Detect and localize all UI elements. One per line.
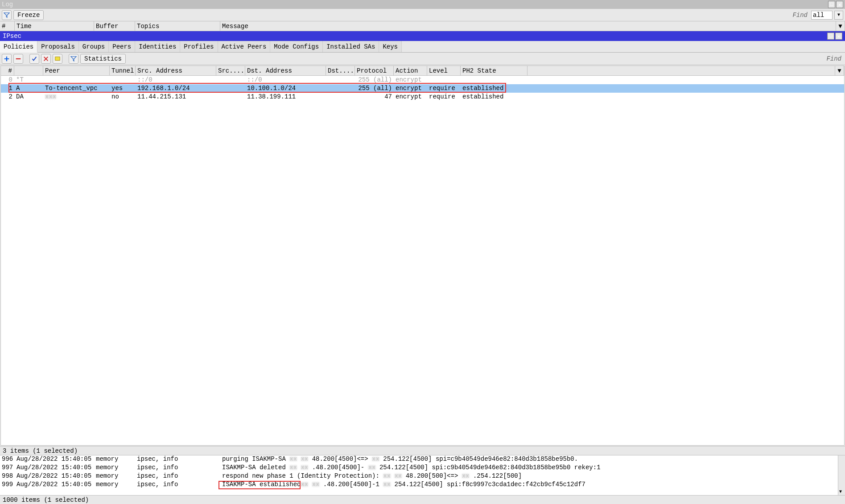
cell [216, 76, 245, 84]
funnel-icon[interactable] [2, 10, 12, 20]
log-message: ISAKMP-SA deleted xx xx .48.200[4500]- x… [220, 464, 845, 472]
col-dst[interactable]: Dst. Address [245, 66, 326, 75]
ipsec-title: IPsec [3, 33, 21, 40]
col-dstp[interactable]: Dst.... [326, 66, 355, 75]
col-message[interactable]: Message [220, 21, 836, 31]
log-time: Aug/28/2022 15:40:05 [15, 455, 94, 464]
cell: DA [14, 93, 43, 101]
remove-icon[interactable] [13, 54, 23, 64]
dropdown-icon[interactable]: ▼ [834, 11, 843, 20]
log-topics: ipsec, info [135, 464, 220, 472]
close-icon[interactable]: ✕ [836, 1, 843, 8]
add-icon[interactable] [2, 54, 12, 64]
cell: 0 [1, 76, 14, 84]
dropdown-icon[interactable]: ▼ [835, 66, 844, 75]
col-peer[interactable]: Peer [43, 66, 110, 75]
find-label: Find [824, 55, 843, 62]
log-row[interactable]: 996Aug/28/2022 15:40:05memoryipsec, info… [0, 455, 845, 464]
cell [43, 76, 110, 84]
cell: 11.44.215.131 [136, 93, 216, 101]
col-topics[interactable]: Topics [135, 21, 220, 31]
cell: yes [110, 84, 136, 93]
cell: To-tencent_vpc [43, 84, 110, 93]
statistics-button[interactable]: Statistics [80, 54, 126, 64]
scroll-down-icon[interactable]: ▼ [839, 489, 842, 494]
log-time: Aug/28/2022 15:40:05 [15, 464, 94, 472]
col-ph2[interactable]: PH2 State [461, 66, 528, 75]
tab-profiles[interactable]: Profiles [180, 41, 218, 52]
col-num[interactable]: # [1, 66, 14, 75]
log-buffer: memory [94, 472, 135, 481]
cell [427, 76, 461, 84]
close-icon[interactable]: ✕ [835, 33, 842, 40]
cell: ::/0 [136, 76, 216, 84]
tab-proposals[interactable]: Proposals [37, 41, 79, 52]
log-entries[interactable]: 996Aug/28/2022 15:40:05memoryipsec, info… [0, 455, 845, 495]
log-topics: ipsec, info [135, 481, 220, 489]
dropdown-icon[interactable]: ▼ [836, 21, 845, 31]
col-buffer[interactable]: Buffer [94, 21, 135, 31]
funnel-icon[interactable] [69, 54, 78, 64]
cell: 10.100.1.0/24 [245, 84, 326, 93]
col-proto[interactable]: Protocol [355, 66, 394, 75]
log-titlebar: Log □ ✕ [0, 0, 845, 9]
col-flag[interactable] [14, 66, 43, 75]
log-column-headers: # Time Buffer Topics Message ▼ [0, 21, 845, 31]
log-buffer: memory [94, 481, 135, 489]
comment-icon[interactable] [53, 54, 62, 64]
policies-status: 3 items (1 selected) [0, 446, 845, 455]
tab-policies[interactable]: Policies [0, 41, 37, 53]
col-action[interactable]: Action [394, 66, 427, 75]
tab-active-peers[interactable]: Active Peers [218, 41, 271, 52]
log-num: 999 [0, 481, 15, 489]
tab-groups[interactable]: Groups [79, 41, 109, 52]
freeze-button[interactable]: Freeze [13, 10, 44, 20]
log-message: purging ISAKMP-SA xx xx 48.200[4500]<=> … [220, 455, 845, 464]
tab-identities[interactable]: Identities [135, 41, 180, 52]
cell: 1 [1, 84, 14, 93]
table-row[interactable]: 2DAxxxno11.44.215.13111.38.199.11147encr… [1, 93, 844, 101]
tab-peers[interactable]: Peers [109, 41, 135, 52]
col-num[interactable]: # [0, 21, 15, 31]
ipsec-titlebar: IPsec □ ✕ [0, 31, 845, 41]
col-src[interactable]: Src. Address [136, 66, 216, 75]
log-row[interactable]: 997Aug/28/2022 15:40:05memoryipsec, info… [0, 464, 845, 472]
log-num: 997 [0, 464, 15, 472]
log-row[interactable]: 998Aug/28/2022 15:40:05memoryipsec, info… [0, 472, 845, 481]
svg-rect-0 [55, 57, 60, 60]
tab-mode-configs[interactable]: Mode Configs [270, 41, 323, 52]
cell: 255 (all) [355, 84, 394, 93]
disable-icon[interactable] [41, 54, 51, 64]
log-num: 998 [0, 472, 15, 481]
tab-installed-sas[interactable]: Installed SAs [323, 41, 379, 52]
cell: require [427, 93, 461, 101]
col-time[interactable]: Time [15, 21, 94, 31]
log-status: 1000 items (1 selected) [0, 495, 845, 504]
log-message: respond new phase 1 (Identity Protection… [220, 472, 845, 481]
cell: encrypt [394, 84, 427, 93]
cell [461, 76, 528, 84]
cell: 47 [355, 93, 394, 101]
log-time: Aug/28/2022 15:40:05 [15, 481, 94, 489]
maximize-icon[interactable]: □ [828, 1, 835, 8]
cell: require [427, 84, 461, 93]
find-input[interactable] [811, 11, 833, 20]
maximize-icon[interactable]: □ [827, 33, 834, 40]
cell: 255 (all) [355, 76, 394, 84]
log-row[interactable]: 999Aug/28/2022 15:40:05memoryipsec, info… [0, 481, 845, 489]
cell: *T [14, 76, 43, 84]
cell [216, 93, 245, 101]
col-level[interactable]: Level [427, 66, 461, 75]
enable-icon[interactable] [29, 54, 39, 64]
ipsec-toolbar: Statistics Find [0, 53, 845, 65]
log-buffer: memory [94, 455, 135, 464]
col-srcp[interactable]: Src.... [216, 66, 245, 75]
tab-keys[interactable]: Keys [379, 41, 402, 52]
table-row[interactable]: 0*T::/0::/0255 (all)encrypt [1, 76, 844, 84]
cell [326, 93, 355, 101]
policies-table[interactable]: # Peer Tunnel Src. Address Src.... Dst. … [0, 66, 845, 446]
cell: no [110, 93, 136, 101]
col-tunnel[interactable]: Tunnel [110, 66, 136, 75]
log-topics: ipsec, info [135, 472, 220, 481]
table-row[interactable]: 1ATo-tencent_vpcyes192.168.1.0/2410.100.… [1, 84, 844, 93]
